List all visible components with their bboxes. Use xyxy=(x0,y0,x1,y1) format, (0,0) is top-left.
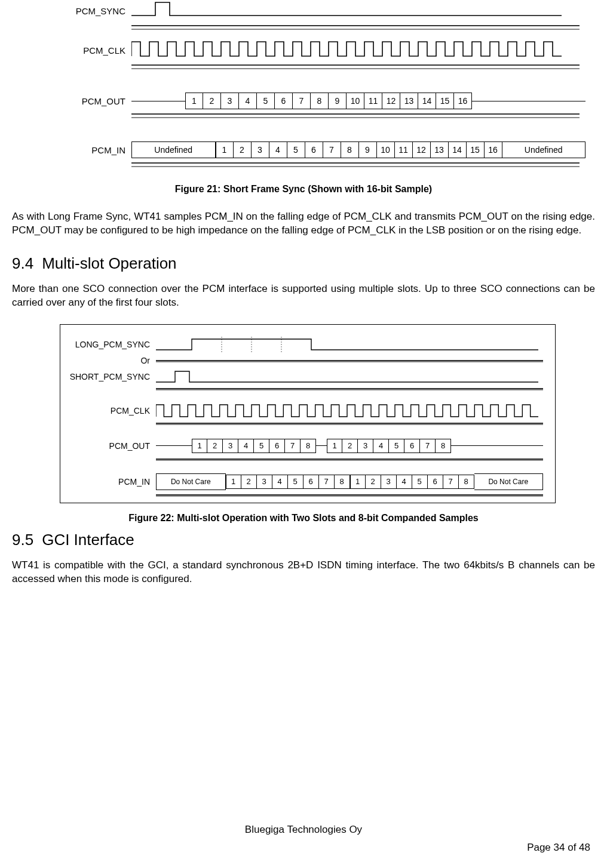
fig21-in-bit: 1 xyxy=(216,141,234,158)
fig21-in-bit: 15 xyxy=(467,141,485,158)
paragraph-fig21: As with Long Frame Sync, WT41 samples PC… xyxy=(12,210,595,238)
fig22-out-b-bit: 8 xyxy=(436,439,451,453)
fig21-out-bit: 5 xyxy=(257,93,275,109)
fig22-out-a-bit: 4 xyxy=(238,439,254,453)
fig22-in-right: Do Not Care xyxy=(474,473,544,490)
fig22-in-a-bit: 6 xyxy=(304,475,319,489)
fig22-out-b: 12345678 xyxy=(327,437,451,455)
fig22-in-b-bit: 3 xyxy=(381,475,397,489)
fig22-clock-wave xyxy=(156,402,538,419)
fig22-in-a-bit: 3 xyxy=(257,475,272,489)
fig22-out-a-bit: 5 xyxy=(254,439,269,453)
fig22-out-b-bit: 4 xyxy=(373,439,389,453)
figure-22-diagram: LONG_PCM_SYNC Or SHORT_PCM_SYNC xyxy=(60,324,556,503)
fig21-in-bit: 16 xyxy=(485,141,502,158)
fig22-in-a-bit: 7 xyxy=(319,475,335,489)
fig22-out-a-bit: 6 xyxy=(269,439,285,453)
fig21-out-bit: 3 xyxy=(221,93,239,109)
fig21-out-bit: 1 xyxy=(185,93,203,109)
fig21-out-bit: 14 xyxy=(418,93,436,109)
secnum-9-4: 9.4 xyxy=(12,254,33,273)
fig22-out-a-bit: 8 xyxy=(301,439,316,453)
fig21-in-bit: 12 xyxy=(413,141,431,158)
page: PCM_SYNC PCM_CLK PCM_OUT xyxy=(0,0,607,868)
fig21-out-bit: 2 xyxy=(203,93,221,109)
fig21-in-bit: 8 xyxy=(341,141,359,158)
fig21-out-bit: 11 xyxy=(364,93,382,109)
fig21-clock-wave xyxy=(131,39,562,59)
fig21-in-bit: 7 xyxy=(323,141,341,158)
fig22-out-b-bit: 1 xyxy=(327,439,342,453)
fig22-out-a-bit: 3 xyxy=(223,439,238,453)
figure-21-caption: Figure 21: Short Frame Sync (Shown with … xyxy=(12,184,595,195)
fig21-in-bit: 10 xyxy=(377,141,395,158)
fig22-in-a-bit: 8 xyxy=(335,475,350,489)
fig21-label-out: PCM_OUT xyxy=(36,96,131,106)
fig21-out-bit: 13 xyxy=(400,93,418,109)
fig21-in-bit: 6 xyxy=(305,141,323,158)
fig22-out-a-bit: 1 xyxy=(192,439,207,453)
fig22-out-b-bit: 7 xyxy=(420,439,436,453)
fig21-out-bit: 16 xyxy=(454,93,472,109)
fig22-out-a: 12345678 xyxy=(192,437,316,455)
fig21-in-bit: 3 xyxy=(252,141,269,158)
fig21-out-cells: 12345678910111213141516 xyxy=(185,92,472,110)
fig22-out-b-bit: 3 xyxy=(358,439,373,453)
fig21-out-bit: 6 xyxy=(275,93,293,109)
fig21-label-sync: PCM_SYNC xyxy=(36,6,131,16)
fig21-in-right: Undefined xyxy=(502,141,586,158)
fig21-out-bit: 9 xyxy=(329,93,347,109)
fig22-out-a-bit: 7 xyxy=(285,439,301,453)
fig22-label-out: PCM_OUT xyxy=(66,441,156,451)
footer-company: Bluegiga Technologies Oy xyxy=(0,824,607,836)
fig21-in-bit: 14 xyxy=(449,141,467,158)
fig22-in-b-bit: 7 xyxy=(443,475,459,489)
fig21-out-bit: 15 xyxy=(436,93,454,109)
fig22-label-clk: PCM_CLK xyxy=(66,406,156,415)
fig22-out-b-bit: 5 xyxy=(389,439,404,453)
fig22-in-b-bit: 2 xyxy=(366,475,381,489)
figure-22-caption: Figure 22: Multi-slot Operation with Two… xyxy=(12,513,595,524)
paragraph-9-4: More than one SCO connection over the PC… xyxy=(12,282,595,310)
secnum-9-5: 9.5 xyxy=(12,531,33,549)
fig21-out-bit: 4 xyxy=(239,93,257,109)
fig22-in-b-bit: 1 xyxy=(350,475,366,489)
fig21-in-bit: 9 xyxy=(359,141,377,158)
heading-9-5: 9.5GCI Interface xyxy=(12,531,595,549)
fig22-in-row: Do Not Care 12345678 12345678 Do Not Car… xyxy=(156,473,543,491)
fig21-out-bit: 10 xyxy=(347,93,364,109)
paragraph-9-5: WT41 is compatible with the GCI, a stand… xyxy=(12,559,595,586)
fig21-in-bit: 13 xyxy=(431,141,449,158)
fig21-in-left: Undefined xyxy=(131,141,216,158)
fig22-in-a-bit: 2 xyxy=(241,475,257,489)
fig22-out-b-bit: 6 xyxy=(404,439,420,453)
fig22-in-b-bit: 8 xyxy=(459,475,474,489)
sectitle-9-4: Multi-slot Operation xyxy=(42,254,176,272)
fig22-in-a-bit: 5 xyxy=(288,475,304,489)
sectitle-9-5: GCI Interface xyxy=(42,531,134,549)
footer-page: Page 34 of 48 xyxy=(527,842,590,854)
fig21-in-bit: 2 xyxy=(234,141,252,158)
fig21-in-bit: 11 xyxy=(395,141,413,158)
figure-21-diagram: PCM_SYNC PCM_CLK PCM_OUT xyxy=(36,0,585,166)
fig22-in-b-bit: 5 xyxy=(412,475,428,489)
fig21-out-bit: 8 xyxy=(311,93,329,109)
fig21-in-bit: 5 xyxy=(287,141,305,158)
fig22-out-b-bit: 2 xyxy=(342,439,358,453)
fig21-in-bit: 4 xyxy=(269,141,287,158)
fig21-label-in: PCM_IN xyxy=(36,145,131,155)
fig22-label-short: SHORT_PCM_SYNC xyxy=(66,372,156,381)
fig21-label-clk: PCM_CLK xyxy=(36,45,131,56)
fig21-out-bit: 7 xyxy=(293,93,311,109)
fig22-label-long: LONG_PCM_SYNC xyxy=(66,340,156,349)
fig22-label-or: Or xyxy=(66,356,156,365)
fig22-out-a-bit: 2 xyxy=(207,439,223,453)
fig21-out-bit: 12 xyxy=(382,93,400,109)
fig22-in-a-bit: 1 xyxy=(226,475,241,489)
fig22-label-in: PCM_IN xyxy=(66,477,156,487)
fig22-in-left: Do Not Care xyxy=(156,473,226,490)
fig22-in-b-bit: 4 xyxy=(397,475,412,489)
fig22-in-a-bit: 4 xyxy=(272,475,288,489)
heading-9-4: 9.4Multi-slot Operation xyxy=(12,254,595,273)
fig21-in-cells: Undefined 12345678910111213141516 Undefi… xyxy=(131,141,585,159)
